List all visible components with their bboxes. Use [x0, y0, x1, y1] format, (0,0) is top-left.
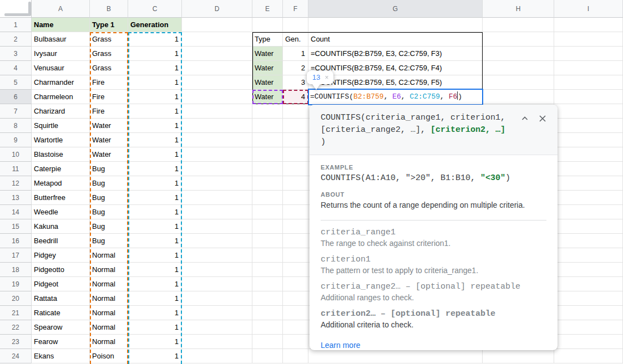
cell-D16[interactable] [182, 234, 252, 248]
cell-C14[interactable]: 1 [128, 205, 182, 219]
cell-D24[interactable] [182, 349, 252, 363]
cell-A9[interactable]: Wartortle [32, 133, 90, 147]
cell-F23[interactable] [283, 335, 308, 349]
preview-close-icon[interactable]: × [325, 74, 328, 81]
cell-D22[interactable] [182, 320, 252, 335]
cell-A24[interactable]: Ekans [32, 349, 90, 363]
cell-F2[interactable]: Gen. [283, 32, 308, 47]
cell-B5[interactable]: Fire [90, 75, 128, 90]
cell-B15[interactable]: Bug [90, 219, 128, 234]
cell-F13[interactable] [283, 191, 308, 205]
cell-I14[interactable] [554, 205, 623, 219]
cell-I8[interactable] [554, 119, 623, 133]
cell-F6[interactable]: 4 [283, 90, 308, 104]
cell-I3[interactable] [554, 47, 623, 61]
cell-F17[interactable] [283, 248, 308, 263]
cell-F4[interactable]: 2 [283, 61, 308, 75]
row-header-15[interactable]: 15 [0, 219, 32, 234]
cell-C17[interactable]: 1 [128, 248, 182, 263]
column-header-I[interactable]: I [554, 0, 623, 18]
cell-E2[interactable]: Type [252, 32, 283, 47]
row-header-18[interactable]: 18 [0, 263, 32, 277]
cell-B24[interactable]: Poison [90, 349, 128, 363]
cell-D18[interactable] [182, 263, 252, 277]
column-header-D[interactable]: D [182, 0, 252, 18]
cell-I18[interactable] [554, 263, 623, 277]
cell-A19[interactable]: Pidgeot [32, 277, 90, 291]
cell-C11[interactable]: 1 [128, 162, 182, 176]
close-icon[interactable] [538, 114, 548, 124]
cell-A18[interactable]: Pidgeotto [32, 263, 90, 277]
cell-B3[interactable]: Grass [90, 47, 128, 61]
cell-I1[interactable] [554, 18, 623, 32]
cell-A20[interactable]: Rattata [32, 291, 90, 306]
column-header-C[interactable]: C [128, 0, 182, 18]
collapse-icon[interactable] [520, 114, 530, 124]
cell-E5[interactable]: Water [252, 75, 283, 90]
cell-A6[interactable]: Charmeleon [32, 90, 90, 104]
cell-G2[interactable]: Count [308, 32, 483, 47]
cell-F5[interactable]: 3 [283, 75, 308, 90]
cell-F9[interactable] [283, 133, 308, 147]
column-header-G[interactable]: G [308, 0, 483, 18]
cell-C24[interactable]: 1 [128, 349, 182, 363]
cell-H2[interactable] [483, 32, 554, 47]
cell-B21[interactable]: Normal [90, 306, 128, 320]
cell-C18[interactable]: 1 [128, 263, 182, 277]
cell-A17[interactable]: Pidgey [32, 248, 90, 263]
cell-D19[interactable] [182, 277, 252, 291]
cell-F12[interactable] [283, 176, 308, 191]
cell-D4[interactable] [182, 61, 252, 75]
cell-C13[interactable]: 1 [128, 191, 182, 205]
cell-I12[interactable] [554, 176, 623, 191]
cell-F20[interactable] [283, 291, 308, 306]
cell-A3[interactable]: Ivysaur [32, 47, 90, 61]
cell-F10[interactable] [283, 147, 308, 162]
row-header-14[interactable]: 14 [0, 205, 32, 219]
row-header-22[interactable]: 22 [0, 320, 32, 335]
cell-F18[interactable] [283, 263, 308, 277]
cell-I13[interactable] [554, 191, 623, 205]
cell-E7[interactable] [252, 104, 283, 119]
row-header-21[interactable]: 21 [0, 306, 32, 320]
learn-more-link[interactable]: Learn more [321, 341, 361, 350]
cell-I16[interactable] [554, 234, 623, 248]
cell-C4[interactable]: 1 [128, 61, 182, 75]
cell-B13[interactable]: Bug [90, 191, 128, 205]
formula-edit-cell-G6[interactable]: =COUNTIFS(B2:B759, E6, C2:C759, F6) [308, 89, 483, 105]
cell-C1[interactable]: Generation [128, 18, 182, 32]
cell-D12[interactable] [182, 176, 252, 191]
cell-E6[interactable]: Water [252, 90, 283, 104]
cell-A23[interactable]: Fearow [32, 335, 90, 349]
cell-B17[interactable]: Normal [90, 248, 128, 263]
cell-C8[interactable]: 1 [128, 119, 182, 133]
row-header-8[interactable]: 8 [0, 119, 32, 133]
cell-D14[interactable] [182, 205, 252, 219]
row-header-13[interactable]: 13 [0, 191, 32, 205]
cell-A21[interactable]: Raticate [32, 306, 90, 320]
cell-F21[interactable] [283, 306, 308, 320]
cell-H3[interactable] [483, 47, 554, 61]
cell-C2[interactable]: 1 [128, 32, 182, 47]
cell-A4[interactable]: Venusaur [32, 61, 90, 75]
cell-A22[interactable]: Spearow [32, 320, 90, 335]
cell-D21[interactable] [182, 306, 252, 320]
cell-I11[interactable] [554, 162, 623, 176]
cell-C12[interactable]: 1 [128, 176, 182, 191]
row-header-5[interactable]: 5 [0, 75, 32, 90]
cell-E20[interactable] [252, 291, 283, 306]
cell-I2[interactable] [554, 32, 623, 47]
column-header-F[interactable]: F [283, 0, 308, 18]
cell-I19[interactable] [554, 277, 623, 291]
cell-B22[interactable]: Normal [90, 320, 128, 335]
row-header-1[interactable]: 1 [0, 18, 32, 32]
select-all-corner[interactable] [0, 0, 32, 18]
row-header-3[interactable]: 3 [0, 47, 32, 61]
cell-F11[interactable] [283, 162, 308, 176]
cell-E23[interactable] [252, 335, 283, 349]
row-header-11[interactable]: 11 [0, 162, 32, 176]
cell-C20[interactable]: 1 [128, 291, 182, 306]
row-header-17[interactable]: 17 [0, 248, 32, 263]
cell-I10[interactable] [554, 147, 623, 162]
cell-E18[interactable] [252, 263, 283, 277]
